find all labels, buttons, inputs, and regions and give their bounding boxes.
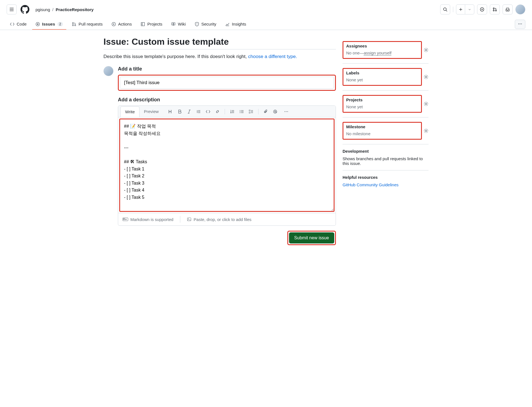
gear-icon[interactable] <box>424 128 429 133</box>
svg-point-25 <box>287 111 288 112</box>
tab-pulls[interactable]: Pull requests <box>69 19 106 30</box>
tab-label: Wiki <box>178 22 186 26</box>
ordered-list-icon[interactable] <box>230 109 234 114</box>
submit-issue-button[interactable]: Submit new issue <box>289 232 334 243</box>
inbox-icon <box>505 7 510 12</box>
markdown-hint-text: Markdown is supported <box>130 217 173 222</box>
github-icon <box>21 5 29 14</box>
gear-icon[interactable] <box>424 101 429 106</box>
heading-icon[interactable] <box>168 109 173 114</box>
owner-link[interactable]: pgisung <box>36 7 50 12</box>
development-value: Shows branches and pull requests linked … <box>343 156 429 166</box>
footer-separator <box>180 216 180 223</box>
svg-point-8 <box>72 22 74 24</box>
plus-icon <box>456 5 465 14</box>
svg-point-10 <box>75 25 76 26</box>
labels-title: Labels <box>346 71 418 75</box>
tab-label: Actions <box>118 22 132 26</box>
svg-point-28 <box>188 218 189 219</box>
tab-security[interactable]: Security <box>191 19 220 30</box>
breadcrumb: pgisung / PracticeRepository <box>36 7 93 12</box>
editor-toolbar <box>168 109 288 114</box>
repo-tabs-more-button[interactable] <box>515 20 525 29</box>
svg-point-3 <box>493 8 494 9</box>
quote-icon[interactable] <box>196 109 201 114</box>
page-subtitle: Describe this issue template's purpose h… <box>103 54 336 59</box>
svg-point-7 <box>37 24 38 25</box>
description-editor: Write Preview <box>118 105 336 226</box>
attach-icon[interactable] <box>264 109 268 114</box>
issues-shortcut-button[interactable] <box>477 4 487 14</box>
github-logo[interactable] <box>20 4 30 14</box>
unordered-list-icon[interactable] <box>239 109 244 114</box>
resources-title: Helpful resources <box>343 175 429 180</box>
tab-insights[interactable]: Insights <box>222 19 250 30</box>
repo-tabs: Code Issues2 Pull requests Actions Proje… <box>0 19 532 30</box>
attach-hint[interactable]: Paste, drop, or click to add files <box>187 217 251 222</box>
code-icon[interactable] <box>206 109 210 114</box>
gear-icon[interactable] <box>424 74 429 79</box>
community-guidelines-link[interactable]: GitHub Community Guidelines <box>343 182 399 187</box>
kebab-icon <box>518 22 522 26</box>
task-list-icon[interactable] <box>249 109 253 114</box>
toolbar-separator <box>258 109 259 114</box>
tab-label: Security <box>201 22 216 26</box>
repo-link[interactable]: PracticeRepository <box>56 7 94 12</box>
italic-icon[interactable] <box>187 109 191 114</box>
svg-point-5 <box>495 10 496 11</box>
svg-point-18 <box>240 112 240 113</box>
svg-point-9 <box>72 25 74 26</box>
issue-sidebar: Assignees No one—assign yourself Labels … <box>343 37 429 245</box>
title-label: Add a title <box>118 66 336 72</box>
create-new-menu[interactable] <box>456 4 474 14</box>
app-header: pgisung / PracticeRepository <box>0 0 532 19</box>
user-avatar[interactable] <box>515 4 525 14</box>
tab-code[interactable]: Code <box>7 19 30 30</box>
tab-actions[interactable]: Actions <box>108 19 135 30</box>
issues-count: 2 <box>57 22 63 26</box>
svg-point-17 <box>240 111 240 112</box>
separator <box>453 7 453 12</box>
issue-icon <box>36 22 40 26</box>
gear-icon[interactable] <box>424 47 429 52</box>
shield-icon <box>195 22 199 26</box>
graph-icon <box>225 22 230 26</box>
breadcrumb-separator: / <box>52 7 54 12</box>
svg-point-32 <box>425 130 427 132</box>
choose-type-link[interactable]: choose a different type. <box>248 54 297 59</box>
svg-point-16 <box>240 110 240 110</box>
search-button[interactable] <box>440 4 450 14</box>
subtitle-text: Describe this issue template's purpose h… <box>103 54 248 59</box>
more-tools-icon[interactable] <box>284 109 288 114</box>
write-tab[interactable]: Write <box>120 106 140 117</box>
mention-icon[interactable] <box>273 109 277 114</box>
tab-issues[interactable]: Issues2 <box>32 19 66 30</box>
markdown-hint[interactable]: Markdown is supported <box>123 217 173 222</box>
description-label: Add a description <box>118 97 336 103</box>
assignees-title: Assignees <box>346 44 418 48</box>
assign-yourself-link[interactable]: assign yourself <box>364 51 391 56</box>
issue-description-textarea[interactable] <box>120 119 334 211</box>
pulls-shortcut-button[interactable] <box>490 4 500 14</box>
menu-button[interactable] <box>7 4 17 14</box>
svg-point-21 <box>273 110 277 113</box>
notifications-button[interactable] <box>503 4 513 14</box>
tab-label: Projects <box>147 22 162 26</box>
tab-label: Issues <box>42 22 55 26</box>
svg-rect-27 <box>188 218 191 221</box>
preview-tab[interactable]: Preview <box>140 106 163 117</box>
tab-label: Insights <box>232 22 246 26</box>
code-icon <box>10 22 14 26</box>
svg-point-22 <box>275 111 276 112</box>
page-title: Issue: Custom issue template <box>103 37 336 47</box>
hamburger-icon <box>9 7 14 12</box>
assignees-value-prefix: No one— <box>346 51 364 55</box>
svg-point-31 <box>425 103 427 105</box>
svg-point-13 <box>518 24 519 24</box>
tab-wiki[interactable]: Wiki <box>168 19 189 30</box>
tab-projects[interactable]: Projects <box>137 19 166 30</box>
link-icon[interactable] <box>215 109 220 114</box>
bold-icon[interactable] <box>178 109 182 114</box>
divider <box>103 49 336 49</box>
issue-title-input[interactable] <box>120 77 334 89</box>
